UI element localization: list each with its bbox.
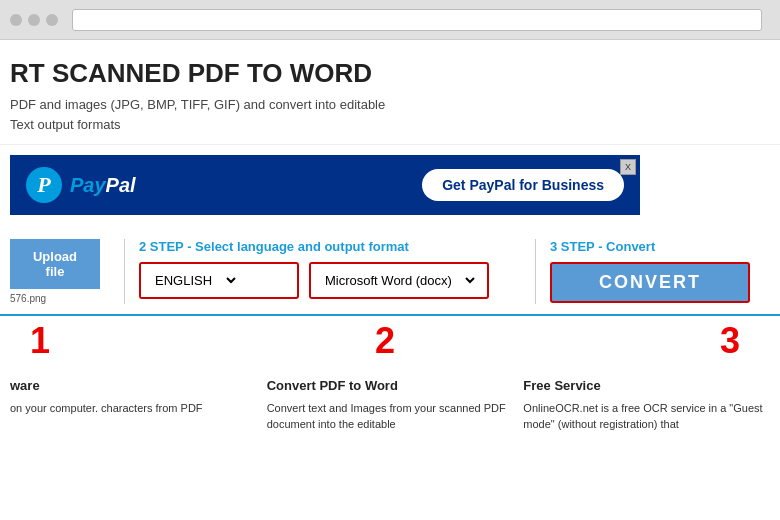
subtitle-line1: PDF and images (JPG, BMP, TIFF, GIF) and… bbox=[10, 95, 770, 115]
info-col1-text: on your computer. characters from PDF bbox=[10, 400, 257, 417]
paypal-banner: X P PayPal Get PayPal for Business bbox=[10, 155, 640, 215]
browser-chrome bbox=[0, 0, 780, 40]
paypal-text-pal: Pal bbox=[106, 174, 136, 196]
info-col-3: Free Service OnlineOCR.net is a free OCR… bbox=[523, 376, 770, 433]
convert-button[interactable]: CONVERT bbox=[550, 262, 750, 303]
step-divider-1 bbox=[124, 239, 125, 304]
language-dropdown-wrapper: ENGLISH FRENCH GERMAN SPANISH bbox=[139, 262, 299, 299]
paypal-text-pay: Pay bbox=[70, 174, 106, 196]
info-col-2: Convert PDF to Word Convert text and Ima… bbox=[267, 376, 514, 433]
big-number-3: 3 bbox=[720, 320, 740, 361]
format-select[interactable]: Microsoft Word (docx) PDF Plain Text bbox=[311, 264, 478, 297]
info-col2-title: Convert PDF to Word bbox=[267, 376, 514, 396]
uploaded-filename: 576.png bbox=[10, 293, 110, 304]
page-content: RT SCANNED PDF TO WORD PDF and images (J… bbox=[0, 40, 780, 520]
browser-dot-1 bbox=[10, 14, 22, 26]
format-dropdown-wrapper: Microsoft Word (docx) PDF Plain Text bbox=[309, 262, 489, 299]
language-select[interactable]: ENGLISH FRENCH GERMAN SPANISH bbox=[141, 264, 239, 297]
paypal-p-icon: P bbox=[26, 167, 62, 203]
banner-close-button[interactable]: X bbox=[620, 159, 636, 175]
paypal-cta-button[interactable]: Get PayPal for Business bbox=[422, 169, 624, 201]
address-bar[interactable] bbox=[72, 9, 762, 31]
upload-file-button[interactable]: Upload file bbox=[10, 239, 100, 289]
browser-dot-3 bbox=[46, 14, 58, 26]
number-item-2: 2 bbox=[267, 320, 504, 362]
step2-language: 2 STEP - Select language and output form… bbox=[139, 239, 521, 299]
step1-upload: 1 STEP - Upload file Upload file 576.png bbox=[10, 239, 110, 304]
number-item-1: 1 bbox=[10, 320, 267, 362]
page-subtitle: PDF and images (JPG, BMP, TIFF, GIF) and… bbox=[10, 95, 770, 134]
paypal-logo: P PayPal bbox=[26, 167, 136, 203]
step3-label: 3 STEP - Convert bbox=[550, 239, 770, 254]
info-col3-text: OnlineOCR.net is a free OCR service in a… bbox=[523, 400, 770, 433]
step2-label: 2 STEP - Select language and output form… bbox=[139, 239, 521, 254]
numbers-row: 1 2 3 bbox=[0, 316, 780, 370]
info-col2-text: Convert text and Images from your scanne… bbox=[267, 400, 514, 433]
steps-section: 1 STEP - Upload file Upload file 576.png… bbox=[0, 225, 780, 316]
select-row: ENGLISH FRENCH GERMAN SPANISH Microsoft … bbox=[139, 262, 521, 299]
page-title: RT SCANNED PDF TO WORD bbox=[10, 58, 770, 89]
info-col1-title: ware bbox=[10, 376, 257, 396]
browser-dot-2 bbox=[28, 14, 40, 26]
step3-convert: 3 STEP - Convert CONVERT bbox=[550, 239, 770, 303]
big-number-2: 2 bbox=[375, 320, 395, 361]
info-col-1: ware on your computer. characters from P… bbox=[10, 376, 257, 433]
big-number-1: 1 bbox=[30, 320, 50, 361]
info-col3-title: Free Service bbox=[523, 376, 770, 396]
subtitle-line2: Text output formats bbox=[10, 115, 770, 135]
header-section: RT SCANNED PDF TO WORD PDF and images (J… bbox=[0, 40, 780, 145]
number-item-3: 3 bbox=[503, 320, 770, 362]
paypal-wordmark: PayPal bbox=[70, 174, 136, 197]
info-section: ware on your computer. characters from P… bbox=[0, 370, 780, 433]
step-divider-2 bbox=[535, 239, 536, 304]
